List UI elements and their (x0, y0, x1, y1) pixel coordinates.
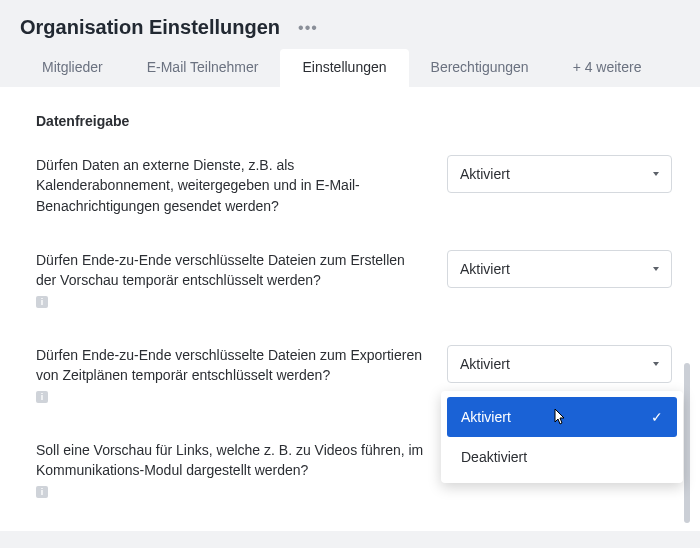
cursor-icon (549, 407, 567, 427)
select-value: Aktiviert (460, 261, 510, 277)
setting-label: Dürfen Ende-zu-Ende verschlüsselte Datei… (36, 345, 427, 406)
setting-row: Dürfen Daten an externe Dienste, z.B. al… (36, 155, 672, 216)
info-icon[interactable]: i (36, 296, 48, 308)
dropdown-option-label: Aktiviert (461, 409, 511, 425)
select-value: Aktiviert (460, 166, 510, 182)
tab-mitglieder[interactable]: Mitglieder (20, 49, 125, 87)
setting-label-text: Dürfen Ende-zu-Ende verschlüsselte Datei… (36, 252, 405, 288)
dropdown-option-deaktiviert[interactable]: Deaktiviert (447, 437, 677, 477)
setting-label: Soll eine Vorschau für Links, welche z. … (36, 440, 427, 501)
section-title: Datenfreigabe (36, 113, 672, 129)
setting-label: Dürfen Daten an externe Dienste, z.B. al… (36, 155, 427, 216)
setting-label: Dürfen Ende-zu-Ende verschlüsselte Datei… (36, 250, 427, 311)
tab-berechtigungen[interactable]: Berechtigungen (409, 49, 551, 87)
chevron-down-icon (653, 362, 659, 366)
scrollbar-thumb[interactable] (684, 363, 690, 523)
tab-einstellungen[interactable]: Einstellungen (280, 49, 408, 87)
info-icon[interactable]: i (36, 486, 48, 498)
setting-label-text: Dürfen Ende-zu-Ende verschlüsselte Datei… (36, 347, 422, 383)
tab-more-overflow[interactable]: + 4 weitere (551, 49, 664, 87)
setting-label-text: Soll eine Vorschau für Links, welche z. … (36, 442, 423, 478)
more-options-icon[interactable]: ••• (298, 19, 318, 37)
dropdown-option-aktiviert[interactable]: Aktiviert ✓ (447, 397, 677, 437)
select-value: Aktiviert (460, 356, 510, 372)
chevron-down-icon (653, 267, 659, 271)
setting-row: Dürfen Ende-zu-Ende verschlüsselte Datei… (36, 250, 672, 311)
content-area: Datenfreigabe Dürfen Daten an externe Di… (0, 87, 700, 531)
tab-email-teilnehmer[interactable]: E-Mail Teilnehmer (125, 49, 281, 87)
page-title: Organisation Einstellungen (20, 16, 280, 39)
dropdown-option-label: Deaktiviert (461, 449, 527, 465)
setting-select-export-decrypt[interactable]: Aktiviert (447, 345, 672, 383)
dropdown-menu: Aktiviert ✓ Deaktiviert (441, 391, 683, 483)
info-icon[interactable]: i (36, 391, 48, 403)
scrollbar[interactable] (684, 113, 690, 531)
check-icon: ✓ (651, 409, 663, 425)
setting-select-external-data[interactable]: Aktiviert (447, 155, 672, 193)
setting-select-preview-decrypt[interactable]: Aktiviert (447, 250, 672, 288)
chevron-down-icon (653, 172, 659, 176)
page-header: Organisation Einstellungen ••• (0, 0, 700, 49)
setting-label-text: Dürfen Daten an externe Dienste, z.B. al… (36, 157, 360, 214)
tab-bar: Mitglieder E-Mail Teilnehmer Einstellung… (0, 49, 700, 87)
